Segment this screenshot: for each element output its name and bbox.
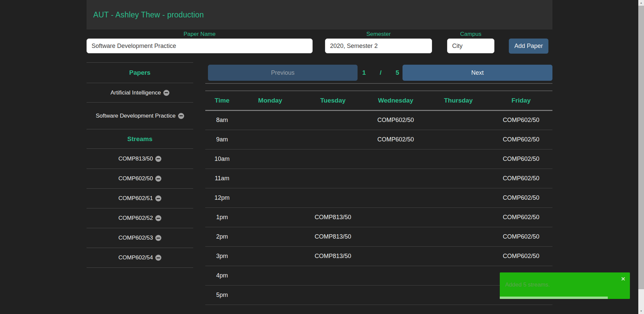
timetable-cell bbox=[302, 130, 364, 149]
time-cell: 5pm bbox=[205, 285, 239, 305]
timetable-cell bbox=[427, 266, 490, 285]
scroll-up-icon[interactable] bbox=[638, 0, 644, 6]
timetable-row-12pm: 12pm COMP602/50 bbox=[205, 188, 552, 207]
timetable-cell bbox=[364, 207, 427, 227]
timetable-cell bbox=[302, 285, 364, 305]
toast-message: Added 5 streams. bbox=[505, 272, 550, 297]
stream-item-comp602-53[interactable]: COMP602/53 bbox=[87, 228, 193, 248]
week-pagination: Previous 1 / 5 Next bbox=[205, 62, 552, 84]
timetable-cell bbox=[427, 149, 490, 169]
sidebar: Papers Artificial Intelligence Software … bbox=[87, 62, 193, 268]
timetable-cell bbox=[239, 207, 302, 227]
header-panel: AUT - Ashley Thew - production bbox=[87, 0, 552, 29]
time-cell: 10am bbox=[205, 149, 239, 169]
timetable-cell: COMP602/50 bbox=[490, 207, 552, 227]
timetable-row-11am: 11am COMP602/50 bbox=[205, 169, 552, 188]
timetable-row-2pm: 2pm COMP813/50 COMP602/50 bbox=[205, 227, 552, 246]
time-cell: 11am bbox=[205, 169, 239, 188]
time-cell: 1pm bbox=[205, 207, 239, 227]
timetable-cell bbox=[427, 207, 490, 227]
timetable-cell bbox=[239, 149, 302, 169]
timetable-cell bbox=[302, 188, 364, 207]
timetable-cell: COMP602/50 bbox=[490, 227, 552, 246]
campus-group: Campus bbox=[447, 31, 494, 53]
timetable-row-9am: 9am COMP602/50 COMP602/50 bbox=[205, 130, 552, 149]
previous-button[interactable]: Previous bbox=[208, 65, 358, 81]
stream-item-comp602-52[interactable]: COMP602/52 bbox=[87, 208, 193, 228]
page-indicator: 1 / 5 bbox=[362, 62, 399, 83]
time-cell: 4pm bbox=[205, 266, 239, 285]
timetable-cell bbox=[302, 169, 364, 188]
papers-heading: Papers bbox=[87, 63, 193, 83]
paper-item-label: Software Development Practice bbox=[96, 113, 175, 119]
timetable-cell bbox=[427, 246, 490, 266]
timetable-cell bbox=[364, 149, 427, 169]
column-friday: Friday bbox=[490, 91, 552, 110]
column-thursday: Thursday bbox=[427, 91, 490, 110]
timetable-cell bbox=[364, 169, 427, 188]
streams-heading: Streams bbox=[87, 129, 193, 149]
toast-progress bbox=[500, 297, 608, 299]
close-icon[interactable]: × bbox=[621, 275, 625, 282]
timetable-header-row: Time Monday Tuesday Wednesday Thursday F… bbox=[205, 91, 552, 110]
next-button[interactable]: Next bbox=[402, 65, 552, 81]
time-cell: 8am bbox=[205, 110, 239, 130]
remove-paper-icon[interactable] bbox=[178, 113, 184, 119]
stream-item-label: COMP602/51 bbox=[118, 195, 153, 202]
toast-notification: Added 5 streams. × bbox=[500, 272, 630, 299]
column-monday: Monday bbox=[239, 91, 302, 110]
timetable-cell bbox=[239, 110, 302, 130]
stream-item-label: COMP813/50 bbox=[118, 155, 153, 162]
timetable-cell: COMP602/50 bbox=[490, 188, 552, 207]
timetable-cell bbox=[427, 110, 490, 130]
timetable-cell: COMP813/50 bbox=[302, 207, 364, 227]
paper-item-software-development-practice[interactable]: Software Development Practice bbox=[87, 103, 193, 129]
paper-item-artificial-intelligence[interactable]: Artificial Intelligence bbox=[87, 83, 193, 103]
paper-name-label: Paper Name bbox=[87, 31, 313, 39]
add-paper-button[interactable]: Add Paper bbox=[509, 39, 548, 54]
remove-stream-icon[interactable] bbox=[155, 235, 161, 241]
time-cell: 2pm bbox=[205, 227, 239, 246]
timetable-cell bbox=[364, 246, 427, 266]
timetable-cell bbox=[239, 285, 302, 305]
timetable-cell: COMP602/50 bbox=[364, 130, 427, 149]
timetable-cell: COMP602/50 bbox=[490, 110, 552, 130]
remove-stream-icon[interactable] bbox=[155, 255, 161, 261]
timetable-cell bbox=[302, 149, 364, 169]
campus-input[interactable] bbox=[447, 39, 494, 53]
semester-input[interactable] bbox=[325, 39, 432, 53]
remove-stream-icon[interactable] bbox=[155, 176, 161, 182]
timetable-cell bbox=[302, 110, 364, 130]
scrollbar-thumb[interactable] bbox=[638, 6, 644, 289]
timetable-cell bbox=[239, 266, 302, 285]
remove-stream-icon[interactable] bbox=[155, 195, 161, 201]
semester-label: Semester bbox=[325, 31, 432, 39]
time-cell: 12pm bbox=[205, 188, 239, 207]
stream-item-label: COMP602/54 bbox=[118, 254, 153, 261]
stream-item-comp602-50[interactable]: COMP602/50 bbox=[87, 169, 193, 189]
timetable-cell bbox=[364, 227, 427, 246]
timetable-cell bbox=[364, 188, 427, 207]
timetable-cell: COMP602/50 bbox=[490, 169, 552, 188]
remove-paper-icon[interactable] bbox=[163, 90, 169, 96]
timetable-cell bbox=[239, 130, 302, 149]
semester-group: Semester bbox=[325, 31, 432, 53]
stream-item-comp602-51[interactable]: COMP602/51 bbox=[87, 189, 193, 208]
timetable-cell bbox=[239, 188, 302, 207]
paper-item-label: Artificial Intelligence bbox=[110, 89, 161, 96]
stream-item-comp602-54[interactable]: COMP602/54 bbox=[87, 248, 193, 268]
papers-heading-label: Papers bbox=[129, 69, 150, 76]
remove-stream-icon[interactable] bbox=[155, 215, 161, 221]
remove-stream-icon[interactable] bbox=[155, 156, 161, 162]
timetable-row-10am: 10am COMP602/50 bbox=[205, 149, 552, 169]
timetable-cell bbox=[427, 169, 490, 188]
timetable-cell bbox=[427, 227, 490, 246]
paper-name-input[interactable] bbox=[87, 39, 313, 53]
timetable-app: AUT - Ashley Thew - production Paper Nam… bbox=[0, 0, 644, 314]
scrollbar[interactable] bbox=[638, 0, 644, 314]
scroll-down-icon[interactable] bbox=[638, 308, 644, 314]
timetable-cell bbox=[364, 266, 427, 285]
stream-item-comp813-50[interactable]: COMP813/50 bbox=[87, 149, 193, 169]
campus-label: Campus bbox=[447, 31, 494, 39]
column-wednesday: Wednesday bbox=[364, 91, 427, 110]
